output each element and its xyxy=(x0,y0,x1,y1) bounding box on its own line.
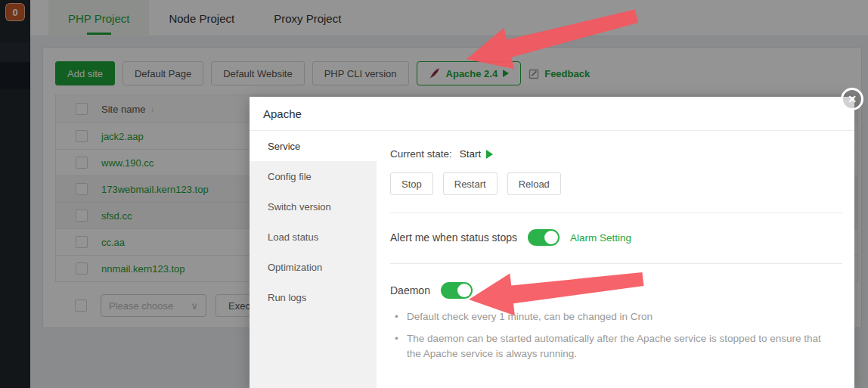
note-item: The daemon can be started automatically … xyxy=(395,331,837,362)
stop-button[interactable]: Stop xyxy=(390,172,433,195)
service-panel: Current state: Start Stop Restart Reload… xyxy=(377,131,854,388)
menu-item-optimization[interactable]: Optimization xyxy=(250,252,377,282)
menu-item-run-logs[interactable]: Run logs xyxy=(250,282,377,312)
current-state-row: Current state: Start xyxy=(390,148,842,160)
alert-label: Alert me when status stops xyxy=(390,231,517,244)
modal-title: Apache xyxy=(263,107,302,120)
alert-setting-row: Alert me when status stops Alarm Setting xyxy=(390,229,842,246)
menu-item-switch-version[interactable]: Switch version xyxy=(250,191,377,222)
menu-item-service[interactable]: Service xyxy=(250,131,377,161)
divider xyxy=(390,213,842,213)
daemon-toggle[interactable] xyxy=(441,282,473,299)
daemon-notes: Default check every 1 minute, can be cha… xyxy=(395,309,837,362)
modal-menu: Service Config file Switch version Load … xyxy=(250,131,377,388)
restart-button[interactable]: Restart xyxy=(443,172,498,195)
running-play-icon xyxy=(486,150,493,159)
menu-item-config-file[interactable]: Config file xyxy=(250,161,377,191)
divider xyxy=(390,263,842,264)
daemon-label: Daemon xyxy=(390,284,430,296)
daemon-row: Daemon xyxy=(390,282,842,299)
toggle-knob xyxy=(544,231,558,244)
menu-item-load-status[interactable]: Load status xyxy=(250,222,377,252)
modal-header: Apache xyxy=(250,97,854,131)
close-icon[interactable]: ✕ xyxy=(841,88,863,110)
apache-modal: Apache Service Config file Switch versio… xyxy=(250,97,854,388)
alarm-setting-link[interactable]: Alarm Setting xyxy=(570,232,631,244)
reload-button[interactable]: Reload xyxy=(507,172,561,195)
service-buttons: Stop Restart Reload xyxy=(390,172,842,195)
current-state-value: Start xyxy=(460,148,482,160)
note-item: Default check every 1 minute, can be cha… xyxy=(395,309,837,324)
alert-toggle[interactable] xyxy=(528,229,560,246)
current-state-label: Current state: xyxy=(390,148,452,160)
toggle-knob xyxy=(457,284,471,297)
